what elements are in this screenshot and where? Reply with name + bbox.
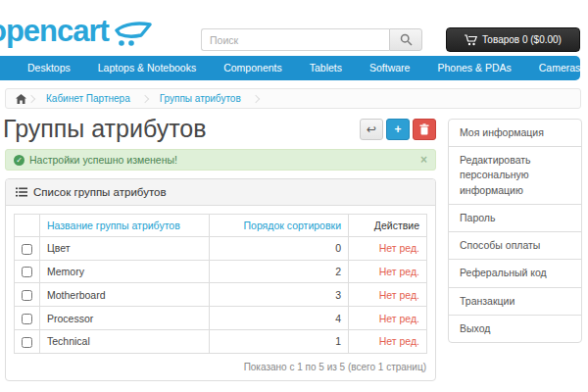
edit-link[interactable]: Нет ред. — [379, 335, 419, 347]
search-group — [201, 28, 422, 51]
nav-item-tablets[interactable]: Tablets — [296, 56, 356, 80]
cell-sort-order: 1 — [210, 329, 349, 353]
back-button[interactable]: ↩ — [360, 119, 383, 140]
panel-heading-label: Список группы атрибутов — [33, 186, 167, 198]
breadcrumb-link-account[interactable]: Кабинет Партнера — [46, 93, 130, 104]
sidebar-item-logout[interactable]: Выход — [449, 316, 581, 342]
cell-name: Цвет — [40, 237, 210, 261]
pagination-status: Показано с 1 по 5 из 5 (всего 1 страниц) — [14, 362, 427, 372]
sidebar-item-payment-methods[interactable]: Способы оплаты — [449, 232, 581, 260]
logo[interactable]: opencart — [0, 14, 152, 49]
list-icon — [16, 187, 27, 197]
cart-button[interactable]: Товаров 0 ($0.00) — [446, 27, 580, 52]
success-alert: ✓ Настройки успешно изменены! × — [5, 149, 436, 171]
alert-close-button[interactable]: × — [420, 153, 427, 167]
trash-icon — [419, 123, 429, 135]
table-row: Цвет 0 Нет ред. — [15, 237, 427, 261]
cell-name: Memory — [40, 260, 210, 283]
edit-link[interactable]: Нет ред. — [379, 242, 419, 254]
column-header-action: Действие — [374, 220, 419, 231]
nav-item-software[interactable]: Software — [356, 56, 423, 80]
nav-item-cameras[interactable]: Cameras — [525, 56, 588, 80]
breadcrumb-link-attribute-groups[interactable]: Группы атрибутов — [160, 93, 241, 104]
nav-item-components[interactable]: Components — [210, 56, 296, 80]
success-alert-text: Настройки успешно изменены! — [29, 154, 177, 166]
select-all-header — [15, 215, 40, 237]
cell-name: Technical — [40, 329, 210, 353]
row-checkbox[interactable] — [22, 314, 32, 324]
attribute-groups-panel: Список группы атрибутов Название группы … — [5, 178, 436, 381]
cell-sort-order: 0 — [210, 237, 349, 261]
plus-icon: + — [394, 122, 401, 136]
table-row: Motherboard 3 Нет ред. — [15, 283, 427, 307]
cart-button-label: Товаров 0 ($0.00) — [482, 34, 562, 45]
cell-sort-order: 2 — [210, 260, 349, 283]
column-header-name[interactable]: Название группы атрибутов — [47, 220, 180, 231]
sidebar-item-edit-info[interactable]: Редактировать персональную информацию — [449, 147, 581, 205]
breadcrumb: Кабинет Партнера Группы атрибутов — [5, 88, 581, 109]
delete-button[interactable] — [413, 119, 436, 140]
nav-item-desktops[interactable]: Desktops — [14, 56, 84, 80]
sidebar-item-referral-code[interactable]: Реферальный код — [449, 260, 581, 287]
breadcrumb-separator — [27, 94, 35, 102]
sidebar-item-transactions[interactable]: Транзакции — [449, 288, 581, 316]
add-button[interactable]: + — [386, 119, 410, 140]
edit-link[interactable]: Нет ред. — [379, 313, 419, 324]
table-row: Technical 1 Нет ред. — [15, 329, 427, 353]
site-header: opencart Това — [0, 0, 588, 56]
attribute-groups-table: Название группы атрибутов Порядок сортир… — [14, 214, 427, 354]
category-nav: Desktops Laptops & Notebooks Components … — [0, 56, 580, 80]
search-icon — [400, 33, 413, 46]
cell-sort-order: 4 — [210, 307, 349, 330]
logo-cart-icon — [115, 22, 152, 47]
home-icon[interactable] — [16, 94, 26, 104]
table-row: Processor 4 Нет ред. — [15, 307, 427, 330]
search-button[interactable] — [389, 28, 422, 51]
row-checkbox[interactable] — [22, 337, 32, 348]
toolbar: ↩ + — [360, 119, 436, 140]
table-row: Memory 2 Нет ред. — [15, 260, 427, 283]
check-icon: ✓ — [14, 155, 24, 166]
row-checkbox[interactable] — [22, 244, 32, 255]
table-header-row: Название группы атрибутов Порядок сортир… — [15, 215, 427, 237]
breadcrumb-separator — [251, 94, 259, 102]
edit-link[interactable]: Нет ред. — [379, 266, 419, 277]
breadcrumb-separator — [140, 94, 148, 102]
cart-icon — [465, 34, 477, 46]
logo-text: opencart — [0, 14, 109, 49]
cell-sort-order: 3 — [210, 283, 349, 307]
account-sidebar: Моя информация Редактировать персональну… — [448, 119, 582, 343]
row-checkbox[interactable] — [22, 290, 32, 301]
cell-name: Motherboard — [40, 283, 210, 307]
main-content: Группы атрибутов ↩ + — [5, 115, 436, 381]
back-icon: ↩ — [367, 122, 376, 136]
nav-item-laptops[interactable]: Laptops & Notebooks — [84, 56, 210, 80]
column-header-sort-order[interactable]: Порядок сортировки — [244, 220, 341, 231]
cell-name: Processor — [40, 307, 210, 330]
nav-item-phones[interactable]: Phones & PDAs — [423, 56, 524, 80]
row-checkbox[interactable] — [22, 267, 32, 277]
sidebar-item-my-info[interactable]: Моя информация — [449, 120, 581, 147]
page-title: Группы атрибутов — [3, 115, 207, 143]
edit-link[interactable]: Нет ред. — [379, 289, 419, 301]
search-input[interactable] — [201, 28, 389, 51]
panel-heading: Список группы атрибутов — [6, 179, 435, 206]
sidebar-item-password[interactable]: Пароль — [449, 205, 581, 232]
